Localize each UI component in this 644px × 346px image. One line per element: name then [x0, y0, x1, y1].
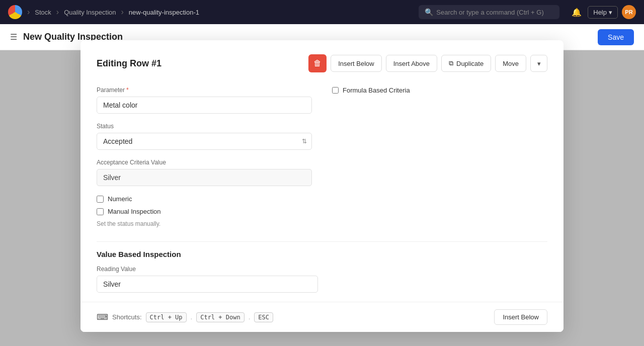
- manual-inspection-checkbox-row: Manual Inspection: [97, 208, 312, 215]
- breadcrumb-sep-2: ›: [56, 8, 59, 17]
- modal-title: Editing Row #1: [97, 58, 162, 69]
- breadcrumb-quality-inspection[interactable]: Quality Inspection: [64, 9, 116, 16]
- help-label: Help: [593, 9, 607, 16]
- modal-body: Editing Row #1 🗑 Insert Below Insert Abo…: [80, 40, 564, 293]
- numeric-checkbox-row: Numeric: [97, 195, 312, 203]
- parameter-group: Parameter *: [97, 86, 312, 114]
- hamburger-icon[interactable]: ☰: [10, 32, 17, 42]
- parameter-label: Parameter *: [97, 86, 312, 94]
- help-button[interactable]: Help ▾: [588, 6, 618, 19]
- section-title: Value Based Inspection: [97, 250, 547, 258]
- numeric-label: Numeric: [108, 195, 132, 203]
- acceptance-criteria-group: Acceptance Criteria Value: [97, 159, 312, 186]
- app-logo: [8, 5, 22, 19]
- duplicate-button[interactable]: ⧉ Duplicate: [441, 55, 491, 72]
- form-right-col: Formula Based Criteria: [332, 86, 547, 233]
- move-button[interactable]: Move: [495, 55, 526, 72]
- form-columns: Parameter * Status Accepted Rejected Pen…: [97, 86, 547, 233]
- expand-chevron-button[interactable]: ▾: [530, 55, 547, 72]
- formula-label: Formula Based Criteria: [343, 86, 410, 94]
- shortcut-ctrl-down: Ctrl + Down: [196, 312, 244, 322]
- insert-below-footer-button[interactable]: Insert Below: [494, 309, 547, 325]
- save-button[interactable]: Save: [598, 29, 634, 45]
- shortcuts-area: ⌨ Shortcuts: Ctrl + Up . Ctrl + Down . E…: [97, 312, 273, 322]
- trash-icon: 🗑: [313, 59, 321, 68]
- dot-separator-1: .: [191, 313, 193, 321]
- copy-icon: ⧉: [449, 59, 453, 67]
- acceptance-criteria-input[interactable]: [97, 169, 312, 186]
- dot-separator-2: .: [249, 313, 251, 321]
- insert-above-button[interactable]: Insert Above: [386, 55, 437, 72]
- required-indicator: *: [126, 86, 129, 94]
- form-left-col: Parameter * Status Accepted Rejected Pen…: [97, 86, 312, 233]
- modal-header: Editing Row #1 🗑 Insert Below Insert Abo…: [97, 54, 547, 72]
- parameter-input[interactable]: [97, 97, 312, 114]
- modal-footer: ⌨ Shortcuts: Ctrl + Up . Ctrl + Down . E…: [80, 302, 564, 332]
- topbar-icons: 🔔 Help ▾ PR: [570, 5, 636, 19]
- modal-action-buttons: 🗑 Insert Below Insert Above ⧉ Duplicate …: [308, 54, 547, 72]
- shortcut-ctrl-up: Ctrl + Up: [146, 312, 187, 322]
- breadcrumb-sep-1: ›: [27, 8, 30, 17]
- manual-inspection-hint: Set the status manually.: [97, 220, 312, 227]
- formula-row: Formula Based Criteria: [332, 86, 547, 94]
- topbar: › Stock › Quality Inspection › new-quali…: [0, 0, 644, 24]
- chevron-down-icon: ▾: [537, 60, 541, 67]
- notification-bell-icon[interactable]: 🔔: [570, 6, 584, 19]
- status-select[interactable]: Accepted Rejected Pending: [97, 133, 312, 150]
- manual-inspection-label: Manual Inspection: [108, 208, 161, 215]
- status-group: Status Accepted Rejected Pending ⇅: [97, 123, 312, 150]
- value-based-section: Value Based Inspection Reading Value: [97, 250, 547, 293]
- manual-inspection-checkbox[interactable]: [97, 208, 104, 215]
- reading-value-input[interactable]: [97, 276, 318, 293]
- breadcrumb-stock[interactable]: Stock: [35, 9, 51, 16]
- breadcrumb-current: new-quality-inspection-1: [129, 9, 199, 16]
- help-chevron-icon: ▾: [609, 9, 612, 16]
- shortcuts-label: Shortcuts:: [112, 313, 142, 321]
- reading-value-label: Reading Value: [97, 266, 547, 273]
- search-bar[interactable]: 🔍 Search or type a command (Ctrl + G): [419, 5, 559, 19]
- edit-row-modal: Editing Row #1 🗑 Insert Below Insert Abo…: [80, 40, 564, 332]
- reading-value-group: Reading Value: [97, 266, 547, 293]
- insert-below-top-button[interactable]: Insert Below: [331, 55, 382, 72]
- shortcut-esc: ESC: [254, 312, 273, 322]
- breadcrumb-sep-3: ›: [121, 8, 124, 17]
- search-icon: 🔍: [425, 8, 433, 16]
- delete-row-button[interactable]: 🗑: [308, 54, 327, 72]
- formula-checkbox[interactable]: [332, 87, 339, 94]
- avatar: PR: [622, 5, 636, 19]
- status-label: Status: [97, 123, 312, 130]
- section-divider: [97, 241, 547, 242]
- keyboard-icon: ⌨: [97, 312, 108, 322]
- status-select-wrap: Accepted Rejected Pending ⇅: [97, 133, 312, 150]
- search-placeholder-text: Search or type a command (Ctrl + G): [436, 9, 544, 16]
- acceptance-criteria-label: Acceptance Criteria Value: [97, 159, 312, 166]
- numeric-checkbox[interactable]: [97, 196, 104, 203]
